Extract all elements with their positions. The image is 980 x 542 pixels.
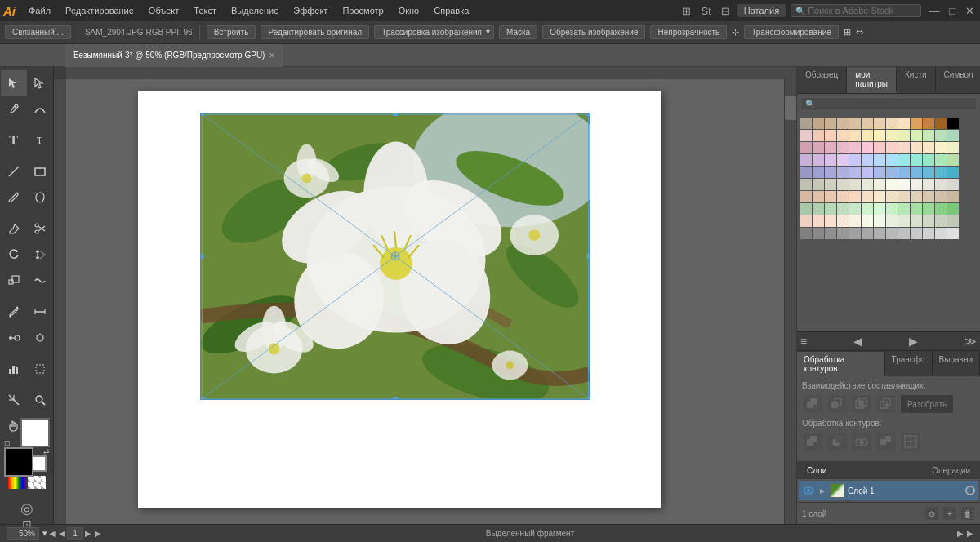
swatch[interactable] — [849, 130, 861, 141]
swatch[interactable] — [825, 203, 836, 215]
swatch[interactable] — [825, 118, 836, 129]
layer-item[interactable]: ▶ Слой 1 — [799, 481, 978, 500]
swatch[interactable] — [800, 154, 812, 166]
measure-tool[interactable] — [27, 299, 53, 325]
paintbrush-tool[interactable] — [1, 184, 27, 211]
swatch[interactable] — [862, 142, 873, 153]
search-input[interactable] — [808, 6, 914, 16]
scroll-thumb[interactable] — [785, 96, 796, 120]
swatch[interactable] — [911, 154, 922, 166]
swatch[interactable] — [935, 154, 947, 166]
pf-unite-btn[interactable] — [802, 394, 823, 414]
swatch[interactable] — [886, 179, 898, 190]
swatch[interactable] — [923, 142, 934, 153]
pathfinder-tab-main[interactable]: Обработка контуров — [797, 352, 885, 376]
swatch[interactable] — [947, 191, 959, 202]
swatch[interactable] — [837, 215, 849, 227]
close-tab-button[interactable]: × — [269, 50, 274, 61]
stock-icon[interactable]: St — [698, 5, 713, 17]
swatch[interactable] — [898, 154, 910, 166]
pf-minus-btn[interactable] — [826, 394, 848, 414]
swatch[interactable] — [825, 179, 836, 190]
swatch[interactable] — [947, 215, 959, 227]
eraser-tool[interactable] — [1, 215, 27, 242]
opacity-button[interactable]: Непрозрачность — [650, 25, 727, 39]
scale-tool[interactable] — [1, 268, 27, 294]
line-tool[interactable] — [1, 158, 27, 184]
pen-tool[interactable] — [1, 96, 27, 122]
next-page-button[interactable]: ▶ — [93, 529, 103, 538]
swatch[interactable] — [849, 179, 861, 190]
tab-operations[interactable]: Операции — [927, 464, 975, 477]
vertical-scrollbar[interactable] — [784, 79, 796, 524]
pf-divide-btn[interactable] — [900, 432, 921, 451]
menu-text[interactable]: Текст — [187, 4, 223, 17]
panel-left-icon[interactable]: ◀ — [853, 335, 862, 348]
swatch[interactable] — [935, 215, 947, 227]
swatch[interactable] — [800, 179, 812, 190]
gradient-selector[interactable] — [8, 476, 26, 489]
swatch[interactable] — [800, 130, 812, 141]
razobrat-button[interactable]: Разобрать — [900, 394, 954, 414]
swatch[interactable] — [935, 142, 947, 153]
layer-visibility-toggle[interactable] — [802, 484, 815, 497]
swatch[interactable] — [898, 130, 910, 141]
menu-window[interactable]: Окно — [392, 4, 426, 17]
swatch[interactable] — [923, 167, 934, 178]
swatch[interactable] — [947, 228, 959, 239]
last-page-button[interactable]: ▶ — [83, 529, 93, 538]
swatch[interactable] — [825, 154, 836, 166]
panel-menu-icon[interactable]: ≡ — [800, 335, 807, 348]
swatch[interactable] — [874, 179, 885, 190]
rect-tool[interactable] — [27, 158, 53, 184]
swatch[interactable] — [813, 130, 824, 141]
tab-layers[interactable]: Слои — [802, 464, 831, 477]
swatch[interactable] — [825, 167, 836, 178]
file-link-label[interactable]: Связанный ... — [5, 25, 71, 39]
maximize-icon[interactable]: □ — [947, 5, 958, 17]
swatch[interactable] — [825, 191, 836, 202]
tab-my-palettes[interactable]: мои палитры — [847, 67, 897, 93]
swatch[interactable] — [874, 215, 885, 227]
swatch[interactable] — [849, 167, 861, 178]
swatch[interactable] — [800, 118, 812, 129]
swatch[interactable] — [813, 154, 824, 166]
slice-tool[interactable] — [1, 387, 27, 413]
swatch[interactable] — [874, 203, 885, 215]
swatch[interactable] — [825, 130, 836, 141]
swatch[interactable] — [800, 215, 812, 227]
tab-symbols[interactable]: Символ — [936, 67, 980, 93]
swatch[interactable] — [825, 215, 836, 227]
swatch[interactable] — [837, 167, 849, 178]
swatch[interactable] — [800, 167, 812, 178]
swatch[interactable] — [886, 215, 898, 227]
swatch[interactable] — [849, 118, 861, 129]
edit-original-button[interactable]: Редактировать оригинал — [261, 25, 369, 39]
swatch[interactable] — [947, 167, 959, 178]
warp-tool[interactable] — [27, 268, 53, 294]
swatch[interactable] — [862, 179, 873, 190]
swatch[interactable] — [886, 130, 898, 141]
swatch[interactable] — [849, 191, 861, 202]
user-account[interactable]: Наталия — [737, 4, 786, 17]
background-color[interactable] — [20, 418, 50, 447]
foreground-color[interactable] — [4, 447, 33, 477]
none-selector[interactable] — [28, 476, 46, 489]
reset-colors-icon[interactable]: ⊡ — [4, 439, 11, 447]
swatch[interactable] — [813, 215, 824, 227]
swatch[interactable] — [813, 167, 824, 178]
search-box[interactable]: 🔍 — [791, 4, 921, 17]
swatch[interactable] — [874, 167, 885, 178]
swatch[interactable] — [825, 142, 836, 153]
swatch[interactable] — [898, 118, 910, 129]
swatch[interactable] — [947, 142, 959, 153]
swatch[interactable] — [862, 203, 873, 215]
pf-minus2-btn[interactable] — [826, 432, 848, 451]
swatch[interactable] — [898, 203, 910, 215]
panel-right-icon[interactable]: ▶ — [909, 335, 918, 348]
swatch[interactable] — [800, 191, 812, 202]
minimize-icon[interactable]: — — [926, 5, 942, 17]
pf-unite2-btn[interactable] — [802, 432, 823, 451]
selection-tool[interactable] — [1, 70, 27, 96]
swatch[interactable] — [800, 203, 812, 215]
